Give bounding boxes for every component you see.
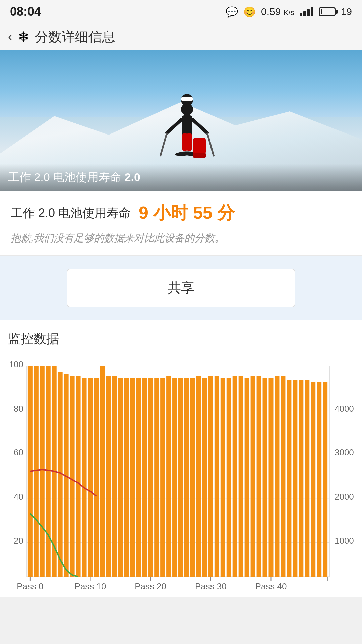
svg-rect-44 xyxy=(100,366,105,577)
svg-rect-40 xyxy=(76,376,81,577)
svg-rect-65 xyxy=(227,378,231,577)
nav-bar: ‹ ❄ 分数详细信息 xyxy=(0,23,362,50)
svg-rect-39 xyxy=(70,376,75,577)
svg-rect-56 xyxy=(172,378,177,577)
chat-icon: 😊 xyxy=(243,6,256,18)
monitor-section: 监控数据 100 80 60 40 20 xyxy=(0,320,362,597)
svg-text:80: 80 xyxy=(14,404,23,413)
notification-icon: 💬 xyxy=(226,6,238,18)
score-value: 9 小时 55 分 xyxy=(139,201,235,225)
svg-rect-3 xyxy=(182,115,192,136)
svg-text:3000: 3000 xyxy=(335,448,354,457)
battery-icon xyxy=(319,7,336,16)
benchmark-icon: ❄ xyxy=(18,29,29,45)
svg-rect-68 xyxy=(245,378,249,577)
monitor-title: 监控数据 xyxy=(8,330,354,347)
svg-rect-57 xyxy=(178,378,183,577)
svg-rect-41 xyxy=(82,378,87,577)
svg-text:1000: 1000 xyxy=(335,536,354,545)
svg-text:Pass 20: Pass 20 xyxy=(135,582,166,590)
banner-overlay: 工作 2.0 电池使用寿命 2.0 xyxy=(0,164,362,191)
svg-rect-46 xyxy=(112,376,117,577)
svg-rect-63 xyxy=(215,376,219,577)
svg-rect-67 xyxy=(239,376,243,577)
svg-text:60: 60 xyxy=(14,448,23,457)
svg-rect-43 xyxy=(94,378,99,577)
banner-label: 工作 2.0 电池使用寿命 2.0 xyxy=(8,171,140,183)
score-section: 工作 2.0 电池使用寿命 9 小时 55 分 抱歉,我们没有足够的数据来对比此… xyxy=(0,191,362,256)
svg-rect-33 xyxy=(34,366,39,577)
svg-rect-48 xyxy=(124,378,129,577)
svg-text:20: 20 xyxy=(14,536,23,545)
svg-rect-59 xyxy=(190,378,195,577)
svg-rect-80 xyxy=(317,382,321,577)
svg-rect-74 xyxy=(281,376,285,577)
page-title: 分数详细信息 xyxy=(35,28,115,46)
svg-rect-45 xyxy=(106,376,111,577)
signal-bars xyxy=(300,7,313,16)
svg-rect-52 xyxy=(148,378,153,577)
svg-rect-50 xyxy=(136,378,141,577)
svg-rect-34 xyxy=(40,366,45,577)
svg-text:Pass 0: Pass 0 xyxy=(17,582,43,590)
status-bar: 08:04 💬 😊 0.59 K/s 19 xyxy=(0,0,362,23)
svg-rect-61 xyxy=(202,378,207,577)
svg-rect-62 xyxy=(208,376,213,577)
svg-rect-12 xyxy=(193,138,206,154)
svg-rect-76 xyxy=(293,380,297,577)
svg-rect-47 xyxy=(118,378,123,577)
svg-line-9 xyxy=(207,133,214,156)
score-title: 工作 2.0 电池使用寿命 9 小时 55 分 xyxy=(11,201,351,225)
svg-rect-13 xyxy=(193,153,206,158)
svg-rect-73 xyxy=(275,376,279,577)
svg-rect-79 xyxy=(311,382,315,577)
svg-rect-69 xyxy=(251,376,255,577)
status-time: 08:04 xyxy=(10,5,41,19)
svg-rect-81 xyxy=(323,382,327,577)
svg-line-7 xyxy=(192,119,207,133)
svg-rect-58 xyxy=(184,378,189,577)
back-button[interactable]: ‹ xyxy=(8,30,12,44)
score-prefix: 工作 2.0 电池使用寿命 xyxy=(11,205,131,221)
svg-rect-35 xyxy=(46,366,51,577)
svg-text:Pass 10: Pass 10 xyxy=(75,582,106,590)
banner-image: 工作 2.0 电池使用寿命 2.0 xyxy=(0,50,362,191)
svg-rect-77 xyxy=(299,380,303,577)
svg-text:Pass 40: Pass 40 xyxy=(255,582,287,590)
svg-rect-75 xyxy=(287,380,291,577)
svg-text:2000: 2000 xyxy=(335,492,354,501)
svg-rect-51 xyxy=(142,378,147,577)
share-button[interactable]: 共享 xyxy=(67,269,295,307)
share-section: 共享 xyxy=(0,256,362,320)
svg-rect-54 xyxy=(160,378,165,577)
svg-rect-78 xyxy=(305,380,309,577)
svg-text:Pass 30: Pass 30 xyxy=(195,582,227,590)
svg-rect-42 xyxy=(88,378,93,577)
svg-rect-2 xyxy=(181,97,193,101)
svg-line-6 xyxy=(167,119,182,133)
svg-rect-66 xyxy=(233,376,237,577)
svg-text:4000: 4000 xyxy=(335,404,354,413)
svg-rect-72 xyxy=(268,378,273,577)
monitor-chart: 100 80 60 40 20 4000 3000 2000 1000 xyxy=(8,356,354,590)
score-note: 抱歉,我们没有足够的数据来对比此设备的分数。 xyxy=(11,231,351,245)
status-right: 💬 😊 0.59 K/s 19 xyxy=(226,6,352,18)
speed-indicator: 0.59 K/s xyxy=(261,6,294,17)
svg-rect-4 xyxy=(182,133,187,151)
chart-container: 100 80 60 40 20 4000 3000 2000 1000 xyxy=(8,356,354,590)
battery-level: 19 xyxy=(341,6,352,17)
svg-rect-53 xyxy=(154,378,159,577)
svg-line-8 xyxy=(160,133,167,156)
svg-rect-49 xyxy=(130,378,135,577)
svg-rect-71 xyxy=(263,378,267,577)
svg-rect-55 xyxy=(166,376,171,577)
svg-rect-70 xyxy=(257,376,261,577)
skier-figure xyxy=(157,89,217,171)
svg-rect-60 xyxy=(196,376,201,577)
svg-text:40: 40 xyxy=(14,492,23,501)
svg-text:100: 100 xyxy=(9,360,23,369)
svg-rect-64 xyxy=(221,378,225,577)
svg-rect-5 xyxy=(187,133,192,151)
